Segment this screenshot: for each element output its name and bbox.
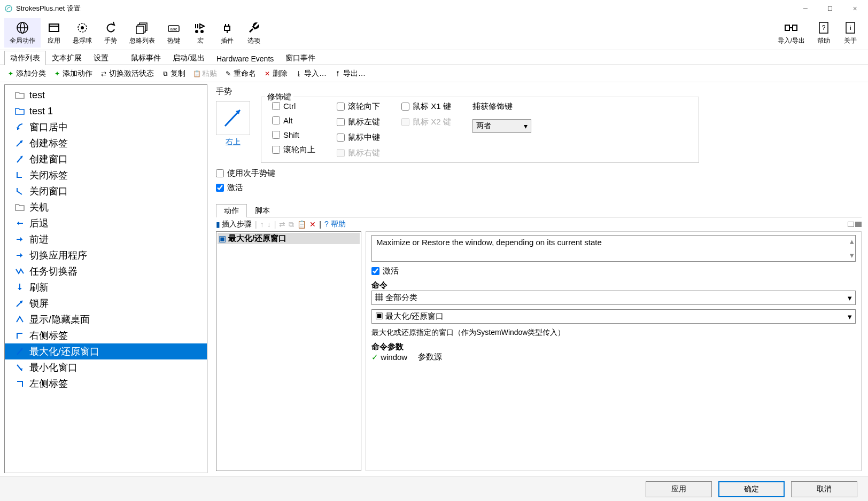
svg-rect-23: [793, 25, 797, 30]
window-icon: [46, 20, 61, 35]
tab-mouse-events[interactable]: 鼠标事件: [125, 51, 167, 65]
tab-hardware-events[interactable]: Hardware Events: [211, 52, 280, 65]
diag-up-icon: [14, 138, 25, 148]
capture-modifier-select[interactable]: 两者▾: [472, 119, 531, 133]
tree-item[interactable]: 刷新: [5, 279, 207, 295]
arc-left-icon: [14, 122, 25, 132]
svg-point-15: [196, 30, 198, 33]
tree-item[interactable]: 左侧标签: [5, 375, 207, 392]
tree-item[interactable]: test 1: [5, 103, 207, 119]
ribbon-import-export[interactable]: 导入/导出: [772, 18, 810, 48]
sub-tab-action[interactable]: 动作: [216, 204, 247, 217]
tab-action-list[interactable]: 动作列表: [4, 51, 46, 65]
tree-item[interactable]: 切换应用程序: [5, 247, 207, 263]
delete-step-icon[interactable]: ✕: [309, 220, 316, 229]
arrow-right-icon: [14, 250, 25, 261]
ribbon-plugins[interactable]: 插件: [214, 18, 241, 48]
add-category-button[interactable]: ✦添加分类: [4, 68, 49, 80]
copy-button[interactable]: ⧉复制: [159, 68, 188, 80]
maximize-button[interactable]: ☐: [818, 0, 842, 17]
ribbon-ignore-list[interactable]: 忽略列表: [124, 18, 160, 48]
close-button[interactable]: ✕: [842, 0, 867, 17]
tree-item[interactable]: 创建标签: [5, 135, 207, 151]
insert-step-button[interactable]: ▮插入步骤: [216, 220, 252, 229]
export-button[interactable]: ⭱导出…: [331, 68, 368, 80]
tree-item[interactable]: 关机: [5, 199, 207, 215]
ribbon-options[interactable]: 选项: [241, 18, 267, 48]
modifiers-section-label: 修饰键: [265, 92, 293, 102]
tree-item[interactable]: 任务切换器: [5, 263, 207, 279]
tree-item[interactable]: 创建窗口: [5, 151, 207, 167]
tree-item[interactable]: 窗口居中: [5, 119, 207, 135]
svg-text:i: i: [849, 25, 851, 31]
titlebar: StrokesPlus.net 设置 ─ ☐ ✕: [0, 0, 868, 17]
alt-checkbox[interactable]: Alt: [272, 116, 315, 125]
category-combo[interactable]: ▦ 全部分类▾: [371, 291, 856, 305]
tree-item[interactable]: 锁屏: [5, 295, 207, 311]
step-help-link[interactable]: ? 帮助: [324, 220, 346, 229]
svg-point-16: [201, 30, 203, 33]
active-checkbox[interactable]: 激活: [216, 183, 243, 193]
param-name: ✓ window: [371, 353, 407, 362]
ribbon-about[interactable]: i 关于: [837, 18, 864, 48]
ribbon-help[interactable]: ? 帮助: [810, 18, 837, 48]
description-textbox[interactable]: Maximize or Restore the window, dependin…: [371, 235, 856, 262]
play-pause-icon: [193, 20, 208, 35]
apply-button[interactable]: 应用: [646, 481, 712, 497]
window-title: StrokesPlus.net 设置: [16, 4, 793, 13]
tree-item[interactable]: 关闭标签: [5, 167, 207, 183]
corner-down-icon: [14, 170, 25, 181]
command-combo[interactable]: ▣ 最大化/还原窗口▾: [371, 309, 856, 324]
wheel-up-checkbox[interactable]: 滚轮向上: [272, 145, 315, 155]
tree-item[interactable]: 最小化窗口: [5, 359, 207, 375]
gesture-preview[interactable]: [216, 101, 250, 135]
import-button[interactable]: ⭳导入…: [292, 68, 329, 80]
minimize-button[interactable]: ─: [793, 0, 818, 17]
tree-item[interactable]: 右侧标签: [5, 327, 207, 343]
gesture-section-label: 手势: [216, 87, 232, 97]
ribbon-apps[interactable]: 应用: [41, 18, 67, 48]
svg-rect-17: [224, 26, 230, 30]
ribbon-macros[interactable]: 宏: [187, 18, 214, 48]
tree-item[interactable]: 关闭窗口: [5, 183, 207, 199]
tab-start-exit[interactable]: 启动/退出: [167, 51, 211, 65]
cancel-button[interactable]: 取消: [791, 481, 857, 497]
action-tree[interactable]: testtest 1窗口居中创建标签创建窗口关闭标签关闭窗口关机后退前进切换应用…: [4, 84, 207, 473]
ribbon-gestures[interactable]: 手势: [97, 18, 124, 48]
mouse-middle-checkbox[interactable]: 鼠标中键: [337, 132, 380, 143]
step-active-checkbox[interactable]: 激活: [371, 266, 856, 276]
info-icon: i: [843, 20, 858, 35]
ctrl-checkbox[interactable]: Ctrl: [272, 101, 315, 111]
layout-toggle[interactable]: [848, 222, 862, 227]
tab-text-expand[interactable]: 文本扩展: [46, 51, 88, 65]
delete-button[interactable]: ✕删除: [261, 68, 290, 80]
ribbon-float-ball[interactable]: 悬浮球: [67, 18, 97, 48]
tab-settings[interactable]: 设置: [88, 51, 114, 65]
wheel-down-checkbox[interactable]: 滚轮向下: [337, 101, 380, 112]
ribbon-global-actions[interactable]: 全局动作: [4, 18, 41, 48]
use-secondary-checkbox[interactable]: 使用次手势键: [216, 168, 275, 178]
ok-button[interactable]: 确定: [718, 481, 785, 497]
shift-checkbox[interactable]: Shift: [272, 130, 315, 139]
tree-item[interactable]: 显示/隐藏桌面: [5, 311, 207, 327]
tree-item[interactable]: 后退: [5, 215, 207, 231]
ribbon-hotkeys[interactable]: abc 热键: [160, 18, 187, 48]
svg-rect-22: [785, 25, 789, 30]
help-icon: ?: [816, 20, 831, 35]
mouse-x1-checkbox[interactable]: 鼠标 X1 键: [401, 101, 451, 112]
mouse-left-checkbox[interactable]: 鼠标左键: [337, 117, 380, 127]
zigzag-icon: [14, 266, 25, 277]
step-list[interactable]: ▣最大化/还原窗口: [216, 231, 361, 471]
tree-item[interactable]: 前进: [5, 231, 207, 247]
tree-item[interactable]: 最大化/还原窗口: [5, 343, 207, 359]
gesture-name-link[interactable]: 右上: [226, 137, 241, 147]
target-icon: [75, 20, 90, 35]
sub-tab-script[interactable]: 脚本: [247, 204, 278, 217]
rename-button[interactable]: ✎重命名: [222, 68, 259, 80]
tree-item[interactable]: test: [5, 87, 207, 103]
add-action-button[interactable]: ✦添加动作: [51, 68, 95, 80]
step-item[interactable]: ▣最大化/还原窗口: [218, 233, 360, 244]
toggle-active-button[interactable]: ⇄切换激活状态: [97, 68, 157, 80]
tab-window-events[interactable]: 窗口事件: [280, 51, 321, 65]
paste-button[interactable]: 📋粘贴: [190, 68, 220, 80]
